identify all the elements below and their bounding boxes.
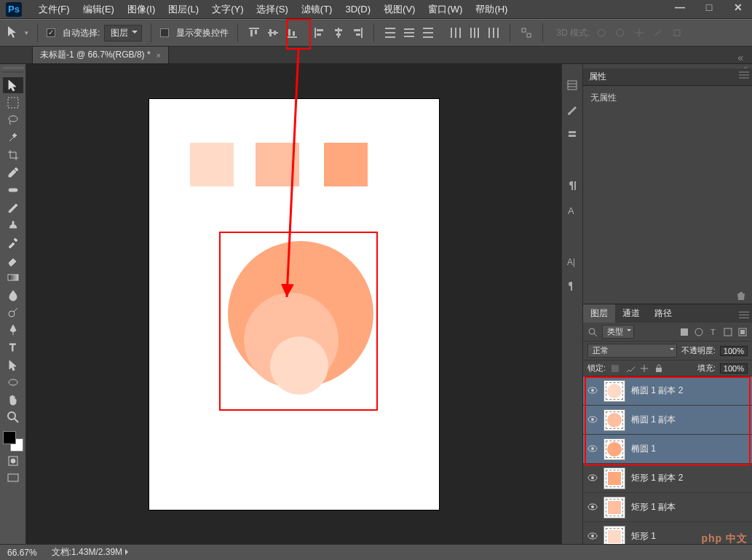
- lock-image-icon[interactable]: [625, 363, 635, 374]
- canvas-area[interactable]: [26, 64, 561, 544]
- eraser-tool[interactable]: [3, 252, 23, 268]
- align-right-edges-icon[interactable]: [350, 25, 365, 40]
- menu-view[interactable]: 视图(V): [377, 3, 421, 16]
- menu-file[interactable]: 文件(F): [32, 3, 76, 16]
- menu-select[interactable]: 选择(S): [250, 3, 294, 16]
- tab-channels[interactable]: 通道: [615, 304, 647, 323]
- 3d-roll-icon[interactable]: [613, 25, 628, 40]
- align-left-edges-icon[interactable]: [312, 25, 327, 40]
- trash-icon[interactable]: [736, 291, 746, 301]
- menu-edit[interactable]: 编辑(E): [76, 3, 121, 16]
- menu-layer[interactable]: 图层(L): [162, 3, 205, 16]
- layer-item[interactable]: 椭圆 1 副本 2: [583, 376, 752, 406]
- path-selection-tool[interactable]: [3, 357, 23, 373]
- layer-item[interactable]: 矩形 1 副本 2: [583, 464, 752, 493]
- hand-tool[interactable]: [3, 392, 23, 408]
- marquee-tool[interactable]: [3, 95, 23, 111]
- dodge-tool[interactable]: [3, 304, 23, 320]
- paragraph-styles-icon[interactable]: [566, 280, 579, 293]
- paragraph-panel-icon[interactable]: [566, 179, 579, 192]
- brush-tool[interactable]: [3, 200, 23, 216]
- gradient-tool[interactable]: [3, 269, 23, 285]
- zoom-tool[interactable]: [3, 409, 23, 425]
- auto-select-scope-dropdown[interactable]: 图层: [104, 25, 142, 42]
- chevron-down-icon[interactable]: ▾: [25, 29, 28, 36]
- pen-tool[interactable]: [3, 322, 23, 338]
- panel-menu-icon[interactable]: [739, 307, 749, 323]
- layer-filter-kind-dropdown[interactable]: 类型: [602, 325, 634, 339]
- distribute-vcenter-icon[interactable]: [402, 25, 416, 40]
- type-tool[interactable]: T: [3, 339, 23, 355]
- healing-brush-tool[interactable]: [3, 182, 23, 198]
- fill-value[interactable]: 100%: [720, 363, 748, 374]
- minimize-button[interactable]: —: [670, 1, 689, 13]
- distribute-right-icon[interactable]: [486, 25, 501, 40]
- 3d-slide-icon[interactable]: [651, 25, 665, 40]
- opacity-value[interactable]: 100%: [720, 346, 748, 356]
- align-top-edges-icon[interactable]: [247, 25, 261, 40]
- 3d-orbit-icon[interactable]: [594, 25, 609, 40]
- blur-tool[interactable]: [3, 287, 23, 303]
- history-brush-tool[interactable]: [3, 234, 23, 251]
- shape-tool[interactable]: [3, 374, 23, 390]
- menu-3d[interactable]: 3D(D): [339, 4, 377, 15]
- lock-transparent-icon[interactable]: [610, 363, 620, 374]
- lock-position-icon[interactable]: [639, 363, 649, 374]
- lasso-tool[interactable]: [3, 112, 23, 128]
- brush-panel-icon[interactable]: [566, 103, 579, 117]
- close-tab-icon[interactable]: ×: [157, 51, 161, 60]
- 3d-pan-icon[interactable]: [632, 25, 646, 40]
- layer-item[interactable]: 矩形 1 副本: [583, 493, 752, 522]
- doc-info[interactable]: 文档:1.43M/2.39M: [52, 547, 122, 557]
- 3d-zoom-icon[interactable]: [670, 25, 684, 40]
- crop-tool[interactable]: [3, 147, 23, 163]
- visibility-toggle-icon[interactable]: [587, 386, 598, 396]
- move-tool[interactable]: [3, 77, 23, 93]
- lock-all-icon[interactable]: [654, 363, 664, 374]
- filter-type-icon[interactable]: T: [708, 327, 719, 337]
- document-canvas[interactable]: [149, 99, 439, 510]
- menu-filter[interactable]: 滤镜(T): [295, 3, 339, 16]
- show-transform-checkbox[interactable]: [160, 28, 169, 37]
- clone-stamp-tool[interactable]: [3, 217, 23, 233]
- distribute-left-icon[interactable]: [448, 25, 463, 40]
- quick-mask-icon[interactable]: [3, 453, 23, 469]
- distribute-top-icon[interactable]: [383, 25, 397, 40]
- zoom-level[interactable]: 66.67%: [7, 548, 37, 558]
- document-tab[interactable]: 未标题-1 @ 66.7%(RGB/8) * ×: [32, 46, 169, 63]
- menu-type[interactable]: 文字(Y): [205, 3, 250, 16]
- character-styles-icon[interactable]: A|: [566, 255, 579, 268]
- filter-shape-icon[interactable]: [723, 327, 733, 337]
- menu-window[interactable]: 窗口(W): [421, 3, 469, 16]
- distribute-hcenter-icon[interactable]: [467, 25, 482, 40]
- maximize-button[interactable]: □: [700, 1, 719, 13]
- filter-adjust-icon[interactable]: [694, 327, 704, 337]
- chevron-right-icon[interactable]: [125, 547, 131, 557]
- auto-align-icon[interactable]: [519, 25, 534, 40]
- panel-menu-icon[interactable]: [739, 71, 749, 79]
- eyedropper-tool[interactable]: [3, 165, 23, 181]
- screen-mode-icon[interactable]: [3, 470, 23, 486]
- distribute-bottom-icon[interactable]: [421, 25, 435, 40]
- menu-help[interactable]: 帮助(H): [469, 3, 514, 16]
- layer-item[interactable]: 椭圆 1: [583, 435, 752, 464]
- brush-presets-icon[interactable]: [566, 128, 579, 141]
- panel-grip-icon[interactable]: [2, 67, 24, 73]
- color-swatches[interactable]: [3, 431, 23, 451]
- character-panel-icon[interactable]: A: [566, 204, 579, 217]
- visibility-toggle-icon[interactable]: [587, 502, 598, 513]
- history-panel-icon[interactable]: [566, 79, 579, 92]
- menu-image[interactable]: 图像(I): [121, 3, 162, 16]
- search-icon[interactable]: [587, 327, 598, 337]
- filter-smart-icon[interactable]: [737, 327, 748, 337]
- tab-paths[interactable]: 路径: [647, 304, 679, 323]
- filter-pixel-icon[interactable]: [679, 327, 689, 337]
- blend-mode-dropdown[interactable]: 正常: [587, 344, 677, 358]
- visibility-toggle-icon[interactable]: [587, 532, 598, 542]
- properties-panel-tab[interactable]: 属性: [583, 68, 752, 86]
- tab-layers[interactable]: 图层: [583, 304, 615, 323]
- auto-select-checkbox[interactable]: [47, 28, 55, 37]
- align-horizontal-centers-icon[interactable]: [331, 25, 346, 40]
- visibility-toggle-icon[interactable]: [587, 415, 598, 425]
- panel-collapse-icon[interactable]: «: [737, 52, 748, 63]
